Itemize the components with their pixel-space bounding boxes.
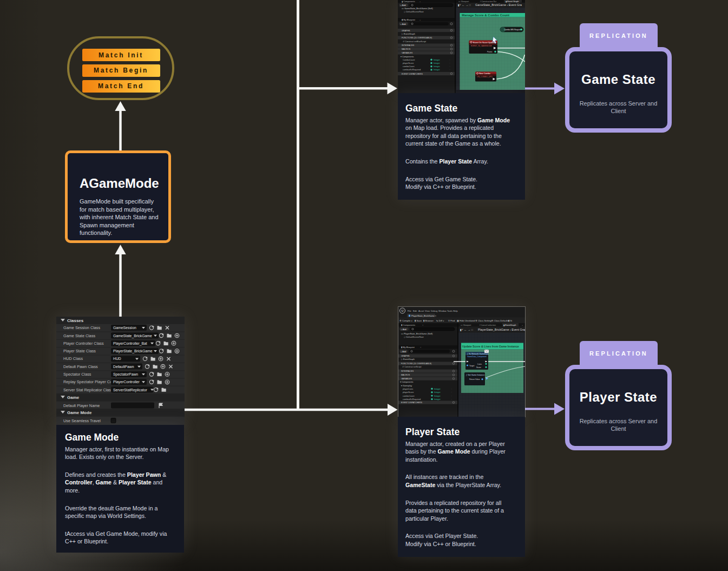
svg-text:Use Seamless Travel: Use Seamless Travel	[63, 418, 101, 423]
svg-text:▮˅ ← → ∷: ▮˅ ← → ∷	[460, 328, 473, 331]
svg-text:HUD: HUD	[113, 357, 121, 360]
svg-text:▮ Event Graph: ▮ Event Graph	[506, 1, 519, 3]
svg-text:PlayerState_BrickGame ×: PlayerState_BrickGame ×	[411, 314, 437, 317]
svg-text:INTERFACES: INTERFACES	[401, 370, 414, 372]
svg-text:↺ Construct onScript: ↺ Construct onScript	[402, 366, 422, 368]
svg-text:ƒ Get Game Instance: ƒ Get Game Instance	[466, 374, 484, 376]
svg-text:U: U	[402, 309, 404, 312]
svg-text:combozKsRequired: combozKsRequired	[403, 398, 421, 401]
svg-text:FUNCTIONS (20 OVERRIDABLE): FUNCTIONS (20 OVERRIDABLE)	[402, 37, 432, 39]
svg-text:+ Add: + Add	[401, 328, 406, 331]
svg-text:Return Value: Return Value	[469, 378, 480, 380]
svg-text:View: View	[425, 310, 430, 312]
svg-text:Game: Game	[67, 395, 80, 400]
svg-text:▾ Gameplay: ▾ Gameplay	[401, 385, 412, 387]
svg-text:playerLives: playerLives	[403, 388, 413, 390]
svg-text:EVENT_IN_GAMEMODE: EVENT_IN_GAMEMODE	[471, 45, 492, 47]
svg-text:Integer: Integer	[434, 59, 441, 61]
svg-text:Edit: Edit	[413, 310, 417, 312]
svg-text:▮ Components: ▮ Components	[401, 324, 415, 326]
svg-text:PlayerState_BrickGame: PlayerState_BrickGame	[113, 349, 153, 353]
svg-text:Integer: Integer	[434, 388, 441, 390]
svg-text:▷︎ EventGraph: ▷︎ EventGraph	[402, 32, 415, 35]
svg-text:×: ×	[420, 346, 421, 349]
svg-text:▭ PlayerState_BrickGame (Self): ▭ PlayerState_BrickGame (Self)	[401, 332, 433, 335]
svg-text:▮ Browser: ▮ Browser	[423, 319, 434, 322]
svg-text:Classes: Classes	[67, 318, 84, 323]
svg-text:HUD Class: HUD Class	[63, 356, 83, 361]
svg-text:Target: Target	[469, 365, 474, 367]
svg-text:DefaultPawn: DefaultPawn	[113, 365, 134, 369]
svg-text:INTERFACES: INTERFACES	[402, 44, 415, 47]
svg-text:Integer: Integer	[434, 395, 441, 397]
svg-text:▭ GameState_BrickGame (Self): ▭ GameState_BrickGame (Self)	[402, 7, 433, 10]
svg-text:ƒ Sv Network GameData: ƒ Sv Network GameData	[467, 353, 489, 355]
svg-text:𝑓 Construction Scr: 𝑓 Construction Scr	[480, 1, 497, 3]
svg-text:⚙ Class Settings: ⚙ Class Settings	[475, 319, 493, 322]
svg-text:▦ Hide Unrelated: ▦ Hide Unrelated	[457, 319, 475, 322]
svg-text:▭ Viewport: ▭ Viewport	[461, 324, 471, 326]
svg-text:GRAPHS: GRAPHS	[402, 30, 410, 32]
svg-text:VARIABLES: VARIABLES	[401, 378, 412, 380]
svg-text:Manage Score & Combo Count: Manage Score & Combo Count	[462, 14, 509, 17]
svg-text:Lives: Lives	[477, 363, 482, 365]
svg-text:Update Score & Lives from Game: Update Score & Lives from Game Instance	[462, 345, 519, 348]
svg-text:Integer: Integer	[434, 62, 441, 64]
svg-text:VARIABLES: VARIABLES	[402, 52, 413, 54]
svg-text:EVENT DISPATCHERS: EVENT DISPATCHERS	[402, 73, 423, 75]
svg-text:MACROS: MACROS	[402, 48, 411, 50]
svg-text:𝑓 Cancel selection: 𝑓 Cancel selection	[480, 324, 496, 326]
svg-text:▾ Components: ▾ Components	[401, 56, 414, 58]
svg-text:comboCount: comboCount	[403, 65, 415, 68]
svg-text:Default Pawn Class: Default Pawn Class	[63, 364, 98, 369]
svg-text:▮ Si: ▮ Si	[508, 319, 512, 322]
svg-text:✎ Class Defaults: ✎ Class Defaults	[491, 319, 509, 322]
svg-text:Default Player Name: Default Player Name	[63, 403, 100, 408]
svg-text:PlayerController: PlayerController	[113, 380, 140, 384]
svg-text:File: File	[408, 310, 411, 312]
svg-text:Replay Spectator Player Co...: Replay Spectator Player Co...	[63, 379, 115, 384]
svg-text:ON_COMBO_UPD: ON_COMBO_UPD	[477, 76, 493, 78]
svg-text:Window: Window	[438, 310, 447, 312]
svg-text:comboCount: comboCount	[403, 395, 415, 397]
svg-text:+ Add: + Add	[401, 350, 406, 353]
svg-text:Help: Help	[453, 310, 458, 312]
svg-text:◇ DefaultSceneRoot: ◇ DefaultSceneRoot	[404, 336, 424, 338]
svg-text:+ Add: + Add	[401, 4, 406, 6]
svg-text:▭ Viewport: ▭ Viewport	[458, 1, 469, 3]
svg-text:SpectatorPawn: SpectatorPawn	[113, 372, 138, 377]
svg-text:Score: Score	[476, 366, 481, 369]
svg-text:playerScore: playerScore	[403, 62, 414, 64]
svg-text:PlayerState_BrickGame › Event: PlayerState_BrickGame › Event Graph	[478, 328, 525, 331]
svg-text:GameState_BrickGame › Event Gr: GameState_BrickGame › Event Gra	[475, 3, 522, 6]
svg-text:+ Add: + Add	[401, 23, 406, 25]
svg-text:Spectator Class: Spectator Class	[63, 372, 91, 377]
svg-text:GameSession: GameSession	[113, 326, 136, 330]
svg-text:FUNCTIONS (20 OVERRIDABLE): FUNCTIONS (20 OVERRIDABLE)	[401, 363, 431, 365]
svg-text:Integer: Integer	[434, 391, 441, 393]
svg-text:◇ DefaultSceneRoot: ◇ DefaultSceneRoot	[404, 10, 424, 13]
svg-text:Server Stat Replicator Class: Server Stat Replicator Class	[63, 388, 113, 392]
svg-text:▮ My Blueprint: ▮ My Blueprint	[401, 346, 415, 349]
svg-text:↺ Construct onBlueScript: ↺ Construct onBlueScript	[403, 41, 427, 43]
svg-text:▮ EventGraph: ▮ EventGraph	[503, 324, 516, 326]
svg-text:⚙ Compile ˅: ⚙ Compile ˅	[399, 319, 412, 322]
svg-text:GameData_Component: GameData_Component	[467, 356, 487, 358]
svg-text:PlayerController_Bat: PlayerController_Bat	[113, 342, 147, 346]
svg-text:New Combo: New Combo	[479, 73, 490, 75]
svg-text:Points: Points	[487, 51, 493, 53]
svg-text:ServerStatReplicator: ServerStatReplicator	[113, 388, 147, 392]
svg-text:Player Controller Class: Player Controller Class	[63, 341, 104, 346]
svg-text:GameState_BrickGame: GameState_BrickGame	[113, 334, 152, 338]
svg-text:Game Mode: Game Mode	[67, 410, 92, 415]
svg-text:Integer: Integer	[434, 65, 441, 68]
svg-text:Integer: Integer	[434, 69, 441, 71]
svg-text:⚲ Find: ⚲ Find	[448, 319, 455, 322]
svg-text:⇆ Diff ˅: ⇆ Diff ˅	[436, 319, 444, 322]
svg-text:Debug: Debug	[431, 310, 438, 312]
svg-text:▮ Save: ▮ Save	[415, 319, 422, 322]
svg-text:Game State Class: Game State Class	[63, 333, 96, 338]
svg-text:Combo MS Required: Combo MS Required	[504, 29, 522, 31]
svg-text:▮˅ ← → ∷: ▮˅ ← → ∷	[458, 3, 471, 6]
svg-text:▮ My Blueprint: ▮ My Blueprint	[402, 18, 416, 21]
